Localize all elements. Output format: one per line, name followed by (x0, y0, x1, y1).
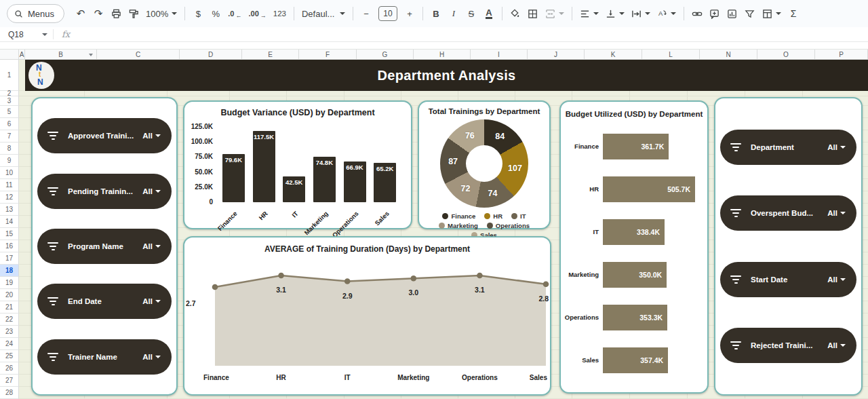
font-family-select[interactable]: Defaul... (299, 5, 348, 22)
strikethrough-button[interactable]: S (463, 5, 479, 22)
chevron-down-icon (155, 245, 161, 248)
slicer-value-dropdown[interactable]: All (827, 341, 846, 349)
row-header-1[interactable]: 1 (0, 60, 19, 91)
column-header-K[interactable]: K (585, 50, 642, 59)
column-header-P[interactable]: P (815, 50, 868, 59)
slicer-end-date[interactable]: End DateAll (37, 284, 172, 319)
decrease-decimal-button[interactable]: .0← (225, 5, 244, 22)
merge-cells-button[interactable] (542, 5, 567, 22)
undo-button[interactable]: ↶ (73, 5, 89, 22)
decrease-font-size-button[interactable]: − (358, 5, 374, 22)
increase-decimal-button[interactable]: .00→ (245, 5, 269, 22)
text-color-button[interactable]: A (481, 5, 497, 22)
row-header-3[interactable]: 3 (0, 96, 19, 106)
row-header-21[interactable]: 21 (0, 301, 19, 314)
slicer-start-date[interactable]: Start DateAll (720, 262, 856, 297)
increase-font-size-button[interactable]: + (401, 5, 418, 22)
borders-button[interactable] (525, 5, 541, 22)
horizontal-align-button[interactable] (577, 5, 601, 22)
row-header-13[interactable]: 13 (0, 204, 19, 216)
column-header-J[interactable]: J (528, 50, 585, 59)
row-header-22[interactable]: 22 (0, 314, 19, 326)
select-all-corner[interactable] (0, 50, 19, 59)
column-filter-caret-icon[interactable] (89, 54, 93, 56)
total-trainings-chart[interactable]: Total Trainings by Department 8410774728… (418, 100, 551, 229)
create-filter-button[interactable] (742, 5, 758, 22)
column-header-O[interactable]: O (757, 50, 815, 59)
slicer-trainer-name[interactable]: Trainer NameAll (37, 339, 172, 375)
row-header-18[interactable]: 18 (0, 265, 19, 277)
font-size-input[interactable]: 10 (378, 6, 397, 21)
avg-training-duration-chart[interactable]: AVERAGE of Training Duration (Days) by D… (183, 236, 551, 396)
insert-chart-button[interactable] (724, 5, 741, 22)
budget-variance-chart[interactable]: Budget Variance (USD) by Department 125.… (183, 100, 412, 229)
slicer-value-dropdown[interactable]: All (142, 297, 161, 305)
row-header-16[interactable]: 16 (0, 240, 19, 252)
menus-button[interactable]: Menus (7, 4, 64, 23)
row-header-2[interactable]: 2 (0, 91, 19, 96)
column-header-N[interactable]: N (700, 50, 757, 59)
text-rotation-button[interactable]: A (654, 5, 679, 22)
column-header-D[interactable]: D (180, 50, 242, 59)
zoom-select[interactable]: 100% (143, 5, 180, 22)
row-header-6[interactable]: 6 (0, 118, 19, 130)
slicer-department[interactable]: DepartmentAll (720, 130, 856, 165)
budget-utilized-chart[interactable]: Budget Utilized (USD) by Department Fina… (559, 100, 709, 394)
slicer-value-dropdown[interactable]: All (142, 132, 161, 140)
fill-color-button[interactable] (507, 5, 524, 22)
vertical-align-button[interactable] (603, 5, 627, 22)
row-header-12[interactable]: 12 (0, 191, 19, 204)
row-header-23[interactable]: 23 (0, 326, 19, 338)
slicer-value-dropdown[interactable]: All (827, 143, 846, 151)
row-header-15[interactable]: 15 (0, 228, 19, 240)
insert-comment-button[interactable] (707, 5, 723, 22)
row-header-24[interactable]: 24 (0, 338, 19, 350)
slicer-pending-trainin-[interactable]: Pending Trainin...All (37, 174, 172, 209)
column-header-I[interactable]: I (471, 50, 528, 59)
row-header-27[interactable]: 27 (0, 375, 19, 387)
format-currency-button[interactable]: $ (190, 5, 206, 22)
more-formats-button[interactable]: 123 (271, 5, 289, 22)
slicer-value-dropdown[interactable]: All (142, 242, 161, 250)
row-header-20[interactable]: 20 (0, 289, 19, 301)
paint-format-button[interactable] (125, 5, 142, 22)
row-header-14[interactable]: 14 (0, 216, 19, 228)
column-header-A[interactable]: A (19, 50, 25, 59)
column-header-B[interactable]: B (25, 50, 97, 59)
insert-link-button[interactable] (689, 5, 705, 22)
print-button[interactable] (108, 5, 124, 22)
row-header-28[interactable]: 28 (0, 387, 19, 399)
column-header-L[interactable]: L (642, 50, 700, 59)
functions-button[interactable]: Σ (785, 5, 802, 22)
slicer-value-dropdown[interactable]: All (827, 276, 846, 284)
redo-button[interactable]: ↷ (90, 5, 106, 22)
row-header-8[interactable]: 8 (0, 142, 19, 155)
row-header-26[interactable]: 26 (0, 362, 19, 375)
slicer-overspent-bud-[interactable]: Overspent Bud...All (720, 195, 856, 231)
column-header-C[interactable]: C (97, 50, 180, 59)
column-header-E[interactable]: E (242, 50, 299, 59)
column-header-H[interactable]: H (414, 50, 471, 59)
slicer-program-name[interactable]: Program NameAll (37, 229, 172, 264)
row-header-10[interactable]: 10 (0, 167, 19, 179)
italic-button[interactable]: I (446, 5, 462, 22)
bold-button[interactable]: B (428, 5, 444, 22)
slicer-value-dropdown[interactable]: All (142, 187, 161, 195)
text-wrap-button[interactable] (629, 5, 653, 22)
slicer-value-dropdown[interactable]: All (142, 353, 161, 361)
table-views-button[interactable] (760, 5, 784, 22)
slicer-value-dropdown[interactable]: All (827, 209, 846, 217)
row-header-7[interactable]: 7 (0, 130, 19, 142)
column-header-F[interactable]: F (299, 50, 357, 59)
row-header-19[interactable]: 19 (0, 277, 19, 289)
row-header-17[interactable]: 17 (0, 252, 19, 265)
slicer-approved-traini-[interactable]: Approved Traini...All (37, 118, 172, 153)
row-header-11[interactable]: 11 (0, 179, 19, 191)
row-header-5[interactable]: 5 (0, 106, 19, 118)
name-box[interactable]: Q18 (0, 30, 53, 39)
column-header-G[interactable]: G (357, 50, 414, 59)
row-header-9[interactable]: 9 (0, 155, 19, 167)
slicer-rejected-traini-[interactable]: Rejected Traini...All (720, 328, 856, 363)
row-header-25[interactable]: 25 (0, 350, 19, 362)
format-percent-button[interactable]: % (208, 5, 224, 22)
